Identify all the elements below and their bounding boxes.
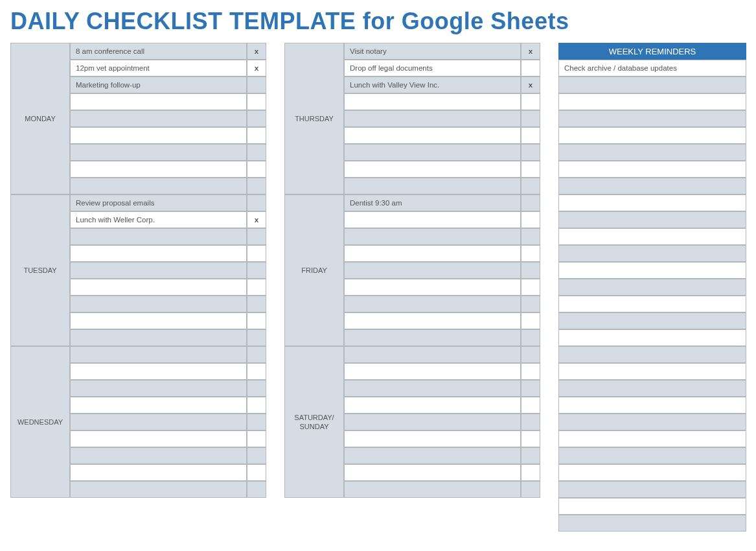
done-mark-cell[interactable] (247, 380, 266, 397)
reminder-cell[interactable] (558, 279, 746, 296)
task-cell[interactable] (70, 481, 247, 498)
done-mark-cell[interactable]: x (521, 43, 540, 60)
reminder-cell[interactable] (558, 329, 746, 346)
done-mark-cell[interactable] (521, 397, 540, 414)
task-cell[interactable] (70, 178, 247, 194)
task-cell[interactable] (344, 430, 521, 447)
task-cell[interactable]: 8 am conference call (70, 43, 247, 60)
task-cell[interactable] (344, 312, 521, 329)
done-mark-cell[interactable] (247, 279, 266, 296)
done-mark-cell[interactable]: x (247, 43, 266, 60)
done-mark-cell[interactable] (521, 110, 540, 127)
task-cell[interactable] (70, 279, 247, 296)
done-mark-cell[interactable] (521, 178, 540, 194)
done-mark-cell[interactable] (521, 228, 540, 245)
reminder-cell[interactable] (558, 397, 746, 414)
done-mark-cell[interactable] (247, 414, 266, 430)
task-cell[interactable] (70, 144, 247, 161)
done-mark-cell[interactable] (521, 414, 540, 430)
done-mark-cell[interactable] (247, 363, 266, 380)
reminder-cell[interactable] (558, 430, 746, 447)
reminder-cell[interactable] (558, 127, 746, 144)
reminder-cell[interactable] (558, 211, 746, 228)
task-cell[interactable] (344, 228, 521, 245)
reminder-cell[interactable] (558, 515, 746, 532)
done-mark-cell[interactable] (247, 110, 266, 127)
done-mark-cell[interactable] (247, 228, 266, 245)
task-cell[interactable] (344, 161, 521, 178)
done-mark-cell[interactable] (521, 363, 540, 380)
task-cell[interactable] (70, 127, 247, 144)
task-cell[interactable] (344, 363, 521, 380)
done-mark-cell[interactable] (247, 245, 266, 262)
done-mark-cell[interactable] (521, 144, 540, 161)
done-mark-cell[interactable] (247, 430, 266, 447)
task-cell[interactable]: 12pm vet appointment (70, 60, 247, 76)
done-mark-cell[interactable] (521, 329, 540, 346)
task-cell[interactable] (70, 346, 247, 363)
done-mark-cell[interactable] (521, 430, 540, 447)
done-mark-cell[interactable] (521, 296, 540, 312)
task-cell[interactable] (344, 279, 521, 296)
done-mark-cell[interactable] (247, 464, 266, 481)
task-cell[interactable] (70, 464, 247, 481)
reminder-cell[interactable] (558, 363, 746, 380)
done-mark-cell[interactable] (247, 346, 266, 363)
done-mark-cell[interactable] (521, 161, 540, 178)
done-mark-cell[interactable]: x (247, 60, 266, 76)
task-cell[interactable]: Dentist 9:30 am (344, 194, 521, 211)
task-cell[interactable] (70, 312, 247, 329)
task-cell[interactable] (70, 245, 247, 262)
task-cell[interactable] (344, 447, 521, 464)
task-cell[interactable] (70, 363, 247, 380)
task-cell[interactable] (70, 430, 247, 447)
task-cell[interactable] (344, 414, 521, 430)
done-mark-cell[interactable] (247, 329, 266, 346)
done-mark-cell[interactable] (521, 312, 540, 329)
task-cell[interactable] (344, 127, 521, 144)
task-cell[interactable] (70, 329, 247, 346)
done-mark-cell[interactable] (247, 262, 266, 279)
done-mark-cell[interactable] (247, 397, 266, 414)
reminder-cell[interactable] (558, 144, 746, 161)
reminder-cell[interactable] (558, 161, 746, 178)
done-mark-cell[interactable] (247, 296, 266, 312)
task-cell[interactable] (344, 110, 521, 127)
done-mark-cell[interactable] (521, 194, 540, 211)
reminder-cell[interactable] (558, 228, 746, 245)
done-mark-cell[interactable] (521, 60, 540, 76)
done-mark-cell[interactable] (247, 76, 266, 93)
done-mark-cell[interactable] (247, 93, 266, 110)
task-cell[interactable] (344, 481, 521, 498)
task-cell[interactable] (344, 329, 521, 346)
done-mark-cell[interactable] (521, 279, 540, 296)
task-cell[interactable] (70, 296, 247, 312)
done-mark-cell[interactable] (247, 161, 266, 178)
task-cell[interactable] (344, 346, 521, 363)
reminder-cell[interactable] (558, 194, 746, 211)
done-mark-cell[interactable] (247, 178, 266, 194)
done-mark-cell[interactable]: x (247, 211, 266, 228)
task-cell[interactable]: Lunch with Valley View Inc. (344, 76, 521, 93)
task-cell[interactable] (344, 144, 521, 161)
reminder-cell[interactable] (558, 76, 746, 93)
task-cell[interactable]: Visit notary (344, 43, 521, 60)
reminder-cell[interactable] (558, 447, 746, 464)
task-cell[interactable] (344, 464, 521, 481)
done-mark-cell[interactable] (247, 447, 266, 464)
task-cell[interactable] (70, 161, 247, 178)
task-cell[interactable] (70, 262, 247, 279)
reminder-cell[interactable] (558, 346, 746, 363)
done-mark-cell[interactable]: x (521, 76, 540, 93)
task-cell[interactable] (70, 414, 247, 430)
done-mark-cell[interactable] (521, 262, 540, 279)
task-cell[interactable] (344, 245, 521, 262)
done-mark-cell[interactable] (521, 464, 540, 481)
task-cell[interactable] (344, 380, 521, 397)
task-cell[interactable] (70, 93, 247, 110)
done-mark-cell[interactable] (521, 346, 540, 363)
reminder-cell[interactable] (558, 110, 746, 127)
done-mark-cell[interactable] (521, 447, 540, 464)
done-mark-cell[interactable] (521, 380, 540, 397)
task-cell[interactable] (70, 380, 247, 397)
